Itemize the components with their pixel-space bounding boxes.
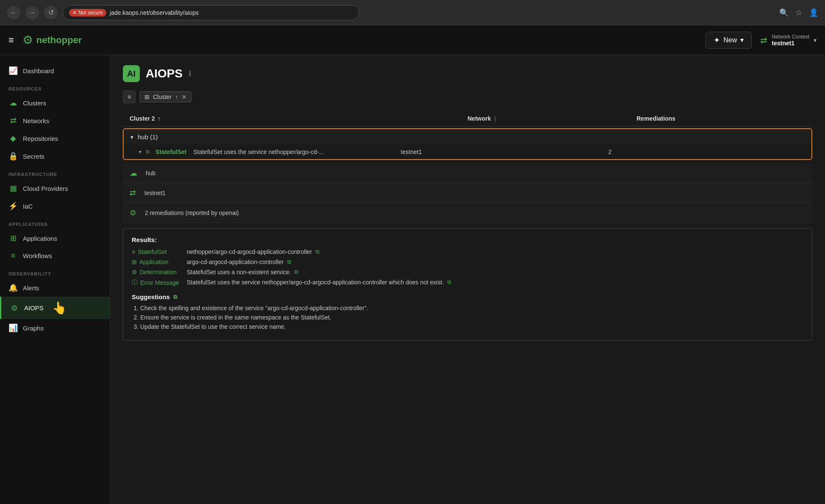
cluster-filter-tag: ⊞ Cluster ↑ ✕ <box>140 91 191 102</box>
back-button[interactable]: ← <box>7 6 20 19</box>
cluster-filter-icon: ⊞ <box>144 94 149 100</box>
profile-button[interactable]: 👤 <box>809 8 818 17</box>
sidebar-item-graphs[interactable]: 📊 Graphs <box>0 319 110 337</box>
filter-list-button[interactable]: ≡ <box>123 91 136 103</box>
forward-button[interactable]: → <box>25 6 39 19</box>
sidebar-item-workflows[interactable]: ≡ Workflows <box>0 247 110 264</box>
col-network-header: Network | <box>468 115 637 122</box>
sidebar-item-label-graphs: Graphs <box>23 325 44 332</box>
sidebar-item-alerts[interactable]: 🔔 Alerts <box>0 279 110 297</box>
aiops-page-icon: AI <box>123 65 140 82</box>
network-context-value: testnet1 <box>772 40 809 47</box>
sidebar-item-label-networks: Networks <box>23 117 50 124</box>
suggestions-list: Check the spelling and existence of the … <box>132 305 803 330</box>
top-nav: ≡ ⚙ nethopper ✦ New ▾ ⇄ Network Context … <box>0 25 825 55</box>
sidebar-item-clusters[interactable]: ☁ Clusters <box>0 94 110 112</box>
aiops-icon: ⚙ <box>10 303 19 313</box>
detail-hub-icon: ☁ <box>130 168 137 178</box>
stateful-network-value: testnet1 <box>394 149 597 155</box>
cluster-filter-label: Cluster <box>153 94 172 100</box>
results-title: Results: <box>132 236 803 243</box>
page-title: AIOPS <box>146 67 183 80</box>
application-copy-icon[interactable]: ⧉ <box>287 259 291 265</box>
result-determination-value: StatefulSet uses a non-existent service.… <box>187 269 298 275</box>
search-browser-button[interactable]: 🔍 <box>779 8 789 17</box>
address-bar[interactable]: ✕ Not secure jade.kaops.net/observabilit… <box>63 5 359 20</box>
sidebar-item-secrets[interactable]: 🔒 Secrets <box>0 147 110 165</box>
sidebar-item-label-applications: Applications <box>23 235 57 242</box>
sidebar-item-cloud-providers[interactable]: ▦ Cloud Providers <box>0 179 110 197</box>
sidebar-item-label-repositories: Repositories <box>23 135 58 142</box>
alerts-icon: 🔔 <box>8 283 18 292</box>
error-result-icon: ⓘ <box>132 279 138 286</box>
sidebar-item-networks[interactable]: ⇄ Networks <box>0 112 110 129</box>
detail-hub-row: ☁ hub <box>123 163 812 183</box>
suggestions-title: Suggestions ⧉ <box>132 293 803 300</box>
dashboard-icon: 📈 <box>8 66 18 75</box>
stateful-remediations-value: 2 <box>601 149 805 155</box>
sidebar-item-repositories[interactable]: ◆ Repositories <box>0 129 110 147</box>
result-stateful-set-type: ≡ StatefulSet <box>132 248 183 255</box>
result-application-type: ⊞ Application <box>132 259 183 265</box>
applications-icon: ⊞ <box>8 234 18 243</box>
new-button[interactable]: ✦ New ▾ <box>706 32 752 49</box>
suggestions-copy-icon[interactable]: ⧉ <box>173 294 177 300</box>
sidebar-item-label-clusters: Clusters <box>23 99 46 107</box>
hand-pointer-icon: 👆 <box>52 301 67 315</box>
page-header: AI AIOPS ℹ <box>123 65 812 82</box>
network-context: ⇄ Network Context testnet1 ▾ <box>760 34 817 47</box>
observability-section-label: OBSERVABILITY <box>0 264 110 279</box>
sidebar-item-label-secrets: Secrets <box>23 153 44 160</box>
col-network-label: Network <box>468 115 491 122</box>
cloud-providers-icon: ▦ <box>8 184 18 193</box>
determination-result-icon: ⚙ <box>132 269 137 275</box>
sidebar-item-label-iac: IaC <box>23 203 33 210</box>
error-copy-icon[interactable]: ⧉ <box>447 279 451 286</box>
result-application-value: argo-cd-argocd-application-controller ⧉ <box>187 259 291 265</box>
sidebar-item-applications[interactable]: ⊞ Applications <box>0 229 110 247</box>
stateful-chevron-icon: ▾ <box>139 149 141 155</box>
info-icon[interactable]: ℹ <box>188 69 191 78</box>
bookmark-button[interactable]: ☆ <box>795 8 802 17</box>
content-area: AI AIOPS ℹ ≡ ⊞ Cluster ↑ ✕ Cluster 2 ↑ <box>110 55 825 504</box>
stateful-set-row[interactable]: ▾ ≡ StatefulSet StatefulSet uses the ser… <box>124 145 811 159</box>
network-context-dropdown-icon[interactable]: ▾ <box>814 37 817 44</box>
result-error-item: ⓘ Error Message StatefulSet uses the ser… <box>132 279 803 286</box>
detail-hub-label: hub <box>146 170 155 176</box>
stateful-result-icon: ≡ <box>132 248 135 255</box>
result-stateful-set-value: nethopper/argo-cd-argocd-application-con… <box>187 248 319 255</box>
hamburger-icon[interactable]: ≡ <box>8 35 14 46</box>
secrets-icon: 🔒 <box>8 151 18 161</box>
col-cluster-sort-icon[interactable]: ↑ <box>158 115 161 122</box>
determination-copy-icon[interactable]: ⧉ <box>294 269 298 275</box>
hub-name: hub (1) <box>138 133 158 140</box>
network-context-info: Network Context testnet1 <box>772 34 809 47</box>
sidebar: 📈 Dashboard RESOURCES ☁ Clusters ⇄ Netwo… <box>0 55 110 504</box>
result-stateful-set-item: ≡ StatefulSet nethopper/argo-cd-argocd-a… <box>132 248 803 255</box>
repositories-icon: ◆ <box>8 134 18 143</box>
result-error-type: ⓘ Error Message <box>132 279 183 286</box>
logo-text: nethopper <box>36 35 82 46</box>
sidebar-item-label-cloud-providers: Cloud Providers <box>23 185 68 192</box>
col-remediations-header: Remediations <box>637 115 806 122</box>
cluster-filter-close-icon[interactable]: ✕ <box>182 94 187 100</box>
workflows-icon: ≡ <box>8 251 18 260</box>
stateful-set-type-label: StatefulSet <box>155 149 186 155</box>
sidebar-item-dashboard[interactable]: 📈 Dashboard <box>0 62 110 80</box>
col-cluster-header: Cluster 2 ↑ <box>130 115 468 122</box>
stateful-set-icon: ≡ <box>146 148 149 156</box>
hub-header-row[interactable]: ▾ hub (1) <box>124 129 811 145</box>
table-header: Cluster 2 ↑ Network | Remediations <box>123 111 812 127</box>
cluster-filter-up-icon: ↑ <box>175 94 178 100</box>
result-application-item: ⊞ Application argo-cd-argocd-application… <box>132 259 803 265</box>
refresh-button[interactable]: ↺ <box>44 6 58 19</box>
hub-chevron-icon: ▾ <box>130 134 133 140</box>
col-cluster-label: Cluster 2 <box>130 115 155 122</box>
networks-icon: ⇄ <box>8 116 18 125</box>
stateful-set-copy-icon[interactable]: ⧉ <box>316 248 319 255</box>
sidebar-item-aiops[interactable]: ⚙ AIOPS 👆 <box>0 297 110 319</box>
sidebar-item-iac[interactable]: ⚡ IaC <box>0 197 110 215</box>
applications-section-label: APPLICATIONS <box>0 215 110 229</box>
result-determination-type: ⚙ Determination <box>132 269 183 275</box>
result-determination-item: ⚙ Determination StatefulSet uses a non-e… <box>132 269 803 275</box>
